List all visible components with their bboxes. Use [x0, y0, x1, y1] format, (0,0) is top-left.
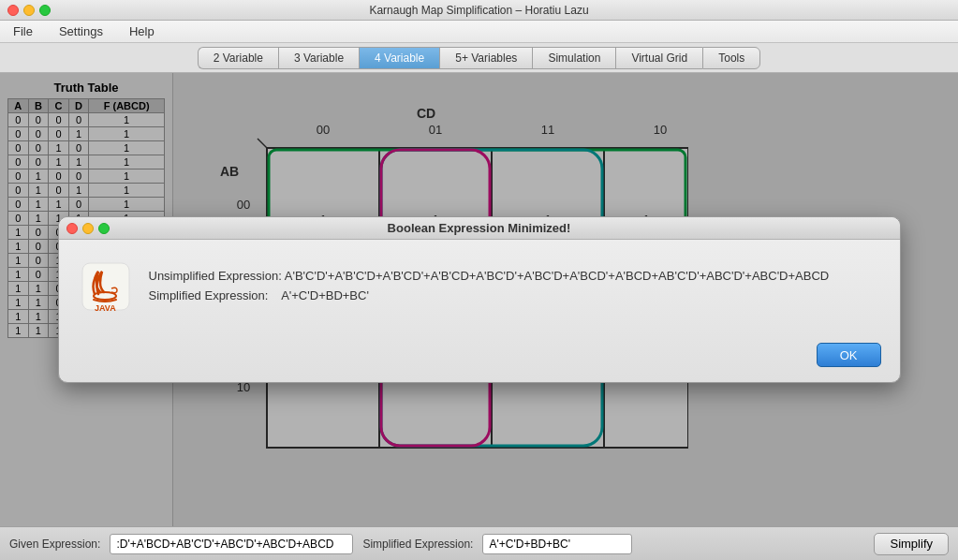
menu-bar: File Settings Help	[0, 21, 958, 43]
unsimplified-expression-line: Unsimplified Expression: A'B'C'D'+A'B'C'…	[149, 267, 881, 287]
modal-title-bar: Boolean Expression Minimized!	[59, 217, 900, 240]
modal-max-button[interactable]	[98, 223, 110, 234]
unsimplified-label: Unsimplified Expression:	[149, 269, 282, 283]
svg-text:JAVA: JAVA	[95, 303, 116, 313]
java-icon: JAVA	[78, 258, 134, 315]
given-expression-input[interactable]	[110, 534, 353, 554]
modal-footer: OK	[59, 333, 900, 382]
tab-virtualgrid[interactable]: Virtual Grid	[615, 47, 702, 69]
modal-close-button[interactable]	[66, 223, 78, 234]
modal-min-button[interactable]	[82, 223, 94, 234]
modal-overlay: Boolean Expression Minimized! JAVA	[0, 73, 958, 526]
unsimplified-value: A'B'C'D'+A'B'C'D+A'B'CD'+A'B'CD+A'BC'D'+…	[285, 269, 829, 283]
simplified-label: Simplified Expression:	[149, 288, 269, 302]
bottom-bar: Given Expression: Simplified Expression:…	[0, 526, 958, 560]
menu-settings[interactable]: Settings	[53, 22, 109, 40]
tab-simulation[interactable]: Simulation	[532, 47, 615, 69]
tab-2variable[interactable]: 2 Variable	[198, 47, 278, 69]
modal-text: Unsimplified Expression: A'B'C'D'+A'B'C'…	[149, 267, 881, 306]
modal-body: JAVA Unsimplified Expression: A'B'C'D'+A…	[59, 240, 900, 333]
modal-window-controls	[66, 223, 110, 234]
title-bar: Karnaugh Map Simplification – Horatiu La…	[0, 0, 958, 21]
window-title: Karnaugh Map Simplification – Horatiu La…	[369, 4, 588, 17]
simplify-button[interactable]: Simplify	[874, 533, 949, 555]
window-controls	[7, 5, 51, 16]
modal-dialog: Boolean Expression Minimized! JAVA	[58, 216, 901, 383]
simplified-expression-input[interactable]	[482, 534, 632, 554]
given-expression-label: Given Expression:	[9, 538, 100, 551]
tab-bar: 2 Variable 3 Variable 4 Variable 5+ Vari…	[0, 43, 958, 73]
maximize-button[interactable]	[39, 5, 51, 16]
tab-5variables[interactable]: 5+ Variables	[439, 47, 532, 69]
menu-file[interactable]: File	[7, 22, 38, 40]
simplified-expression-label: Simplified Expression:	[362, 538, 473, 551]
menu-help[interactable]: Help	[124, 22, 160, 40]
close-button[interactable]	[7, 5, 19, 16]
minimize-button[interactable]	[23, 5, 35, 16]
modal-title: Boolean Expression Minimized!	[388, 221, 571, 235]
main-content: Truth Table A B C D F (ABCD) 00001000110…	[0, 73, 958, 526]
ok-button[interactable]: OK	[817, 343, 881, 367]
tab-3variable[interactable]: 3 Variable	[278, 47, 359, 69]
tab-4variable[interactable]: 4 Variable	[359, 47, 439, 69]
simplified-value: A'+C'D+BD+BC'	[281, 288, 369, 302]
simplified-expression-line: Simplified Expression: A'+C'D+BD+BC'	[149, 287, 881, 306]
tab-tools[interactable]: Tools	[702, 47, 760, 69]
